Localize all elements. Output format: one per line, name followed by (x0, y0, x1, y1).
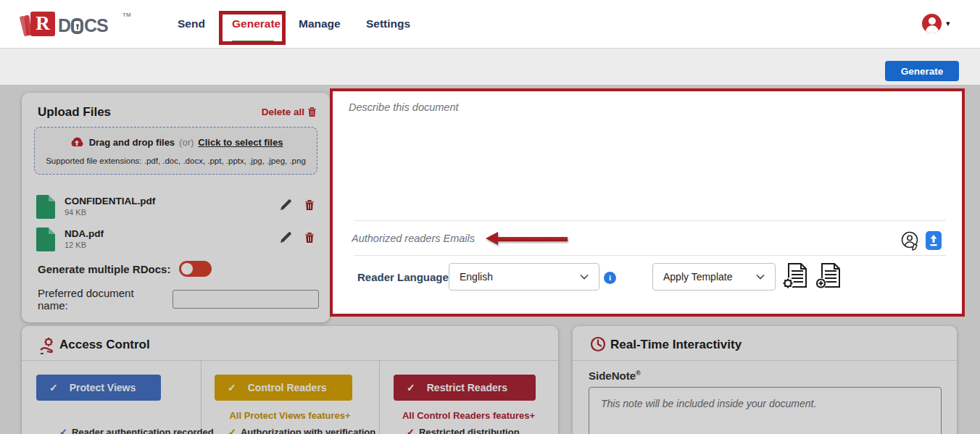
restrict-readers-label: Restrict Readers (427, 382, 507, 393)
divider (22, 360, 558, 361)
nav-generate[interactable]: Generate (232, 17, 281, 30)
nav-generate-active-underline (232, 41, 274, 43)
delete-file-icon[interactable] (304, 232, 315, 243)
cloud-upload-icon (69, 137, 85, 148)
divider (201, 360, 202, 434)
logo-letter-d: D (58, 15, 70, 36)
manage-templates-icon[interactable] (781, 261, 811, 291)
preferred-name-input[interactable] (173, 290, 319, 309)
click-to-select-files-link[interactable]: Click to select files (198, 137, 283, 148)
top-navbar: R DCS TM Send Generate Manage Settings ▾ (0, 0, 980, 49)
file-row: NDA.pdf 12 KB (34, 227, 317, 253)
protect-views-feature-item: ✓Reader authentication recorded (59, 427, 214, 434)
protect-views-label: Protect Views (70, 382, 136, 393)
nav-manage[interactable]: Manage (299, 17, 341, 30)
file-name: NDA.pdf (65, 228, 104, 239)
reader-language-label: Reader Language: (357, 271, 452, 283)
delete-all-label: Delete all (262, 107, 304, 117)
logo-r-icon: R (30, 12, 55, 36)
delete-all-button[interactable]: Delete all (262, 107, 317, 117)
access-control-panel: Access Control ✓ Protect Views ✓ Control… (22, 326, 558, 434)
trash-icon (307, 107, 317, 117)
file-icon (36, 228, 55, 251)
dropzone-or-label: (or) (179, 137, 194, 148)
reader-language-value: English (460, 271, 493, 283)
apply-template-value: Apply Template (663, 271, 732, 283)
document-details-panel: Reader Language: English i Apply Templat… (330, 88, 965, 317)
describe-document-input[interactable] (349, 101, 936, 210)
generate-multiple-toggle[interactable] (179, 261, 212, 277)
access-control-icon (39, 336, 57, 355)
file-size: 12 KB (65, 241, 86, 249)
divider (354, 255, 946, 256)
user-menu-caret-icon[interactable]: ▾ (946, 19, 950, 28)
restrict-readers-button[interactable]: ✓ Restrict Readers (394, 375, 536, 401)
file-row: CONFIDENTIAL.pdf 94 KB (34, 194, 317, 220)
rdocs-logo[interactable]: R DCS TM (22, 10, 130, 39)
restrict-readers-feature-item: ✓Restricted distribution (407, 427, 520, 434)
upload-files-title: Upload Files (38, 105, 111, 120)
chevron-down-icon (756, 274, 765, 280)
apply-template-select[interactable]: Apply Template (652, 263, 776, 291)
user-avatar-icon[interactable] (922, 14, 942, 33)
generate-button[interactable]: Generate (885, 61, 959, 81)
authorized-readers-emails-input[interactable] (352, 228, 569, 249)
clock-icon (590, 336, 606, 352)
restrict-readers-features-note: All Control Readers features+ (379, 410, 558, 421)
realtime-interactivity-panel: Real-Time Interactivity SideNote® (573, 326, 957, 434)
check-icon: ✓ (407, 382, 415, 393)
file-dropzone[interactable]: Drag and drop files (or) Click to select… (34, 127, 317, 175)
access-control-title: Access Control (59, 338, 150, 352)
logo-wordmark: DCS (58, 15, 108, 36)
logo-trademark: TM (122, 12, 131, 18)
file-icon (36, 195, 55, 219)
rdocs-generate-page: R DCS TM Send Generate Manage Settings ▾… (0, 0, 980, 434)
delete-file-icon[interactable] (304, 199, 315, 211)
chevron-down-icon (580, 274, 589, 280)
reader-language-select[interactable]: English (449, 263, 599, 291)
dropzone-drag-label: Drag and drop files (89, 137, 175, 148)
preferred-name-label: Preferred document name: (38, 287, 165, 312)
control-readers-feature-item: ✓Authorization with verification (228, 427, 375, 434)
check-icon: ✓ (49, 382, 58, 393)
nav-send[interactable]: Send (178, 17, 205, 30)
logo-card-fan-icon (22, 14, 29, 36)
divider (573, 360, 957, 361)
upload-emails-file-icon[interactable] (926, 231, 942, 250)
upload-files-panel: Upload Files Delete all Drag and drop fi… (22, 93, 330, 322)
sidenote-label: SideNote® (589, 370, 641, 382)
edit-file-icon[interactable] (280, 232, 291, 243)
contacts-picker-icon[interactable] (900, 230, 921, 251)
sidenote-input[interactable] (589, 387, 942, 434)
control-readers-features-note: All Protect Views features+ (201, 410, 379, 421)
add-template-icon[interactable] (814, 261, 844, 291)
registered-mark: ® (636, 370, 641, 377)
nav-settings[interactable]: Settings (366, 17, 410, 30)
info-icon[interactable]: i (604, 272, 616, 284)
protect-views-button[interactable]: ✓ Protect Views (36, 375, 161, 401)
edit-file-icon[interactable] (280, 199, 291, 211)
file-size: 94 KB (65, 208, 86, 217)
control-readers-button[interactable]: ✓ Control Readers (215, 375, 352, 401)
logo-letters-cs: CS (84, 15, 108, 36)
file-name: CONFIDENTIAL.pdf (65, 196, 155, 206)
check-icon: ✓ (228, 382, 236, 393)
realtime-title: Real-Time Interactivity (610, 338, 742, 352)
dropzone-supported-extensions: Supported file extensions: .pdf, .doc, .… (35, 157, 317, 165)
divider (354, 220, 946, 221)
generate-multiple-label: Generate multiple RDocs: (38, 263, 170, 275)
control-readers-label: Control Readers (248, 382, 327, 393)
divider (379, 360, 380, 434)
logo-lock-icon (71, 18, 83, 34)
